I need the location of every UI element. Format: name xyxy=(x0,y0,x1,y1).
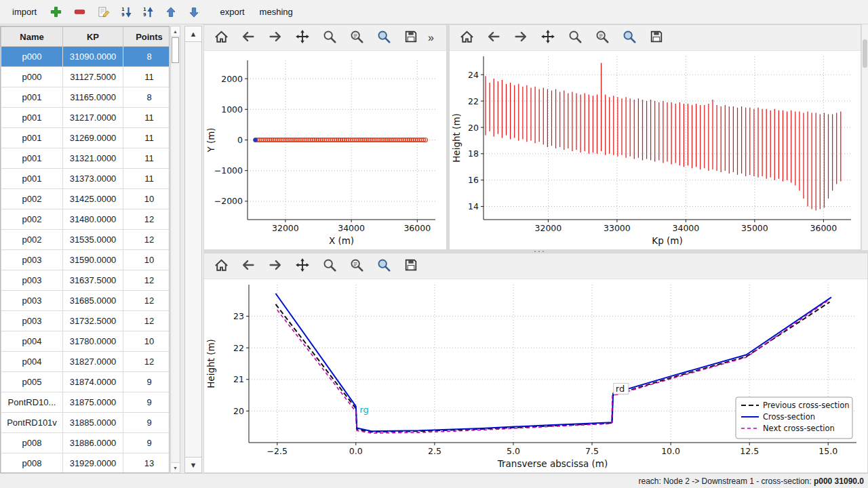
back-button[interactable] xyxy=(482,28,505,48)
table-cell[interactable]: 11 xyxy=(123,169,170,189)
subplots-button[interactable] xyxy=(345,28,368,48)
table-cell[interactable]: p002 xyxy=(1,189,63,209)
table-cell[interactable]: p008 xyxy=(1,433,63,453)
table-cell[interactable]: 12 xyxy=(123,352,170,372)
back-button[interactable] xyxy=(237,256,260,277)
table-cell[interactable]: 12 xyxy=(123,270,170,291)
column-header-points[interactable]: Points xyxy=(123,27,170,47)
table-row[interactable]: p00231480.000012 xyxy=(1,209,170,230)
table-cell[interactable]: 31217.0000 xyxy=(63,108,123,128)
back-button[interactable] xyxy=(237,28,260,48)
save-button[interactable] xyxy=(399,28,422,48)
table-cell[interactable]: 9 xyxy=(123,433,170,453)
zoom-button[interactable] xyxy=(564,28,587,48)
table-scrollbar[interactable]: ▲ ▼ xyxy=(170,26,180,473)
remove-section-button[interactable] xyxy=(70,4,90,20)
table-cell[interactable]: PontRD101v xyxy=(1,413,63,433)
table-cell[interactable]: 31780.0000 xyxy=(63,331,123,352)
table-cell[interactable]: p001 xyxy=(1,108,63,128)
import-button[interactable]: import xyxy=(5,4,43,20)
table-row[interactable]: p00531874.00009 xyxy=(1,372,170,392)
save-button[interactable] xyxy=(399,256,422,277)
move-down-button[interactable] xyxy=(184,5,203,20)
add-section-button[interactable] xyxy=(46,4,66,20)
table-cell[interactable]: 31127.5000 xyxy=(63,67,123,87)
table-row[interactable]: p00131217.000011 xyxy=(1,108,170,128)
scroll-down-button[interactable]: ▼ xyxy=(185,457,201,472)
table-cell[interactable]: 31874.0000 xyxy=(63,372,123,392)
table-cell[interactable]: p004 xyxy=(1,352,63,372)
table-cell[interactable]: 31885.0000 xyxy=(63,413,123,433)
edit-section-button[interactable] xyxy=(94,4,114,20)
table-cell[interactable]: p001 xyxy=(1,128,63,148)
table-cell[interactable]: p005 xyxy=(1,372,63,392)
table-row[interactable]: p00131165.00008 xyxy=(1,87,170,108)
table-cell[interactable]: 31685.0000 xyxy=(63,291,123,311)
table-row[interactable]: p00831929.000013 xyxy=(1,453,170,474)
table-row[interactable]: p00131269.000011 xyxy=(1,128,170,148)
table-cell[interactable]: 13 xyxy=(123,453,170,474)
save-button[interactable] xyxy=(645,28,668,48)
table-row[interactable]: p00431827.000012 xyxy=(1,352,170,372)
table-cell[interactable]: p004 xyxy=(1,331,63,352)
scroll-up-button[interactable]: ▲ xyxy=(185,26,201,42)
table-row[interactable]: PontRD10...31875.00009 xyxy=(1,392,170,413)
customize-button[interactable] xyxy=(372,256,395,277)
table-cell[interactable]: 31425.0000 xyxy=(63,189,123,209)
scroll-up-icon[interactable]: ▲ xyxy=(171,26,180,37)
table-row[interactable]: p00131373.000011 xyxy=(1,169,170,189)
meshing-button[interactable]: meshing xyxy=(253,4,300,20)
home-button[interactable] xyxy=(210,28,233,48)
move-up-button[interactable] xyxy=(161,5,180,20)
longitudinal-profile-chart[interactable]: 3200033000340003500036000141618202224Kp … xyxy=(450,51,861,249)
table-row[interactable]: p00131321.000011 xyxy=(1,148,170,169)
subplots-button[interactable] xyxy=(345,256,368,277)
forward-button[interactable] xyxy=(264,256,287,277)
table-cell[interactable]: p001 xyxy=(1,148,63,169)
plan-view-chart[interactable]: 320003400036000−2000−1000010002000X (m)Y… xyxy=(204,51,446,249)
sort-ascending-button[interactable]: 19 xyxy=(140,5,157,20)
table-cell[interactable]: 31090.0000 xyxy=(63,47,123,67)
table-cell[interactable]: p000 xyxy=(1,47,63,67)
table-cell[interactable]: 12 xyxy=(123,291,170,311)
table-cell[interactable]: 31590.0000 xyxy=(63,250,123,270)
scrollbar-thumb[interactable] xyxy=(172,37,179,63)
table-cell[interactable]: 31480.0000 xyxy=(63,209,123,230)
table-cell[interactable]: 31535.0000 xyxy=(63,230,123,250)
table-cell[interactable]: 31929.0000 xyxy=(63,453,123,474)
table-cell[interactable]: 10 xyxy=(123,189,170,209)
table-cell[interactable]: p000 xyxy=(1,67,63,87)
table-cell[interactable]: 31321.0000 xyxy=(63,148,123,169)
table-cell[interactable]: 10 xyxy=(123,250,170,270)
customize-button[interactable] xyxy=(618,28,641,48)
panel-scrollbar[interactable]: ▲ ▼ xyxy=(184,26,202,473)
scroll-down-icon[interactable]: ▼ xyxy=(171,462,180,472)
forward-button[interactable] xyxy=(264,28,287,48)
scrollbar-thumb[interactable] xyxy=(863,39,867,68)
table-row[interactable]: p00331637.500012 xyxy=(1,270,170,291)
table-cell[interactable]: 11 xyxy=(123,128,170,148)
table-cell[interactable]: p002 xyxy=(1,230,63,250)
table-cell[interactable]: 31886.0000 xyxy=(63,433,123,453)
table-row[interactable]: p00331685.000012 xyxy=(1,291,170,311)
table-cell[interactable]: 31269.0000 xyxy=(63,128,123,148)
cross-section-chart[interactable]: −2.50.02.55.07.510.012.515.020212223rgrd… xyxy=(204,279,867,472)
export-button[interactable]: export xyxy=(213,4,251,20)
toolbar-overflow-chevron[interactable]: » xyxy=(428,32,434,44)
table-row[interactable]: p00331590.000010 xyxy=(1,250,170,270)
right-scrollbar[interactable] xyxy=(861,24,868,250)
table-row[interactable]: p00231425.000010 xyxy=(1,189,170,209)
table-cell[interactable]: p003 xyxy=(1,250,63,270)
table-cell[interactable]: p003 xyxy=(1,311,63,331)
customize-button[interactable] xyxy=(372,28,395,48)
table-cell[interactable]: 31637.5000 xyxy=(63,270,123,291)
column-header-kp[interactable]: KP xyxy=(63,27,123,47)
table-row[interactable]: p00831886.00009 xyxy=(1,433,170,453)
table-cell[interactable]: p001 xyxy=(1,87,63,108)
table-cell[interactable]: 9 xyxy=(123,413,170,433)
table-row[interactable]: p00231535.000012 xyxy=(1,230,170,250)
table-row[interactable]: p00431780.000010 xyxy=(1,331,170,352)
table-cell[interactable]: 8 xyxy=(123,47,170,67)
sort-descending-button[interactable]: 19 xyxy=(118,5,136,20)
home-button[interactable] xyxy=(210,256,233,277)
